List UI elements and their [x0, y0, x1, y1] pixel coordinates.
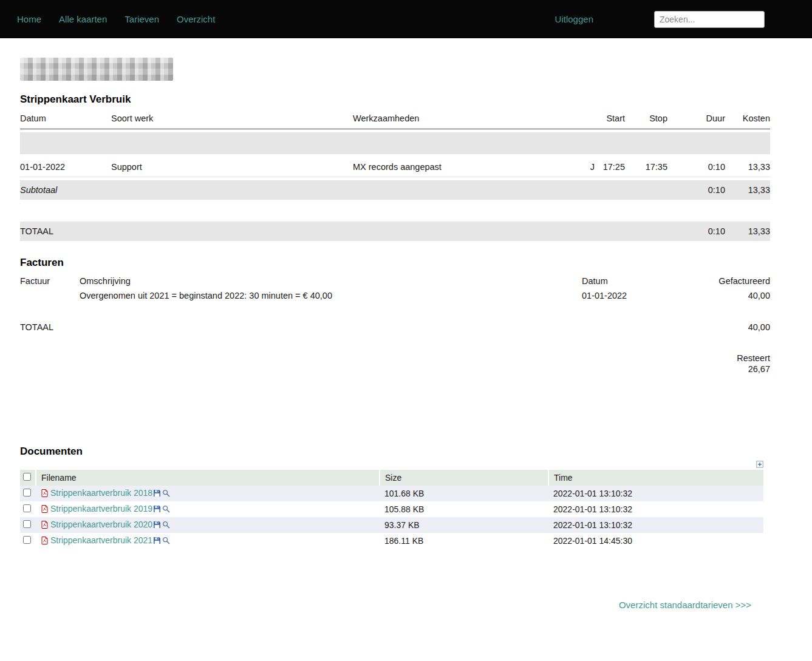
col-duur: Duur: [667, 112, 725, 129]
facturen-total-row: TOTAAL 40,00: [20, 320, 770, 334]
col-time: Time: [548, 470, 763, 486]
col-flag: [576, 112, 595, 129]
top-nav: Home Alle kaarten Tarieven Overzicht Uit…: [0, 0, 812, 38]
document-link[interactable]: Strippenkaartverbruik 2020: [50, 520, 152, 529]
resteert-row: Resteert: [20, 351, 770, 363]
col-fact-datum: Datum: [582, 276, 673, 286]
factuur-omschrijving: Overgenomen uit 2021 = beginstand 2022: …: [80, 291, 582, 300]
document-row: Strippenkaartverbruik 2019105.88 KB2022-…: [20, 501, 763, 517]
documents-toolbar: [20, 460, 763, 468]
preview-icon[interactable]: [162, 489, 170, 499]
document-size-cell: 101.68 KB: [380, 486, 548, 501]
document-size-cell: 93.37 KB: [380, 517, 548, 533]
download-icon[interactable]: [153, 521, 161, 530]
document-checkbox-cell: [20, 486, 36, 501]
verbruik-rows: 01-01-2022SupportMX records aangepastJ17…: [20, 157, 770, 177]
pdf-file-icon: [41, 537, 48, 546]
document-checkbox[interactable]: [23, 504, 31, 512]
verbruik-start: 17:25: [595, 157, 625, 177]
verbruik-flag: J: [576, 157, 595, 177]
preview-icon[interactable]: [162, 537, 170, 546]
select-all-cell: [20, 470, 36, 486]
verbruik-table: Datum Soort werk Werkzaamheden Start Sto…: [20, 109, 770, 244]
nav-item-tarieven[interactable]: Tarieven: [125, 14, 159, 24]
documents-section: Filename Size Time Strippenkaartverbruik…: [20, 460, 763, 549]
logout-link[interactable]: Uitloggen: [555, 14, 593, 24]
document-filename-cell: Strippenkaartverbruik 2018: [36, 486, 380, 501]
add-expand-icon[interactable]: [756, 460, 763, 470]
pdf-file-icon: [41, 521, 48, 530]
verbruik-spacer-row: [20, 132, 770, 154]
verbruik-row: 01-01-2022SupportMX records aangepastJ17…: [20, 157, 770, 177]
subtotal-kosten: 13,33: [725, 180, 770, 200]
pdf-file-icon: [41, 505, 48, 515]
facturen-section: Factuur Omschrijving Datum Gefactureerd …: [20, 274, 770, 376]
pdf-file-icon: [41, 489, 48, 499]
nav-item-home[interactable]: Home: [17, 14, 41, 24]
preview-icon[interactable]: [162, 521, 170, 530]
col-factuur: Factuur: [20, 276, 80, 286]
document-link[interactable]: Strippenkaartverbruik 2019: [50, 504, 152, 514]
col-start: Start: [595, 112, 625, 129]
verbruik-section-title: Strippenkaart Verbruik: [20, 93, 770, 106]
document-row: Strippenkaartverbruik 202093.37 KB2022-0…: [20, 517, 763, 533]
document-checkbox-cell: [20, 517, 36, 533]
main-content: Strippenkaart Verbruik Datum Soort werk …: [0, 58, 812, 610]
col-soort-werk: Soort werk: [111, 112, 353, 129]
document-time-cell: 2022-01-01 14:45:30: [548, 533, 763, 549]
verbruik-duur: 0:10: [667, 157, 725, 177]
select-all-checkbox[interactable]: [23, 473, 31, 481]
document-checkbox[interactable]: [23, 520, 31, 528]
factuur-bedrag: 40,00: [673, 291, 770, 300]
document-time-cell: 2022-01-01 13:10:32: [548, 517, 763, 533]
verbruik-subtotal-row: Subtotaal 0:10 13,33: [20, 180, 770, 200]
download-icon[interactable]: [153, 537, 161, 546]
nav-item-overzicht[interactable]: Overzicht: [177, 14, 215, 24]
document-checkbox[interactable]: [23, 489, 31, 497]
document-filename-cell: Strippenkaartverbruik 2021: [36, 533, 380, 549]
document-row: Strippenkaartverbruik 2018101.68 KB2022-…: [20, 486, 763, 501]
col-werkzaamheden: Werkzaamheden: [353, 112, 576, 129]
factuur-datum: 01-01-2022: [582, 291, 673, 300]
factuur-nummer: [20, 291, 80, 300]
verbruik-stop: 17:35: [625, 157, 667, 177]
documents-body: Strippenkaartverbruik 2018101.68 KB2022-…: [20, 486, 763, 549]
nav-item-alle-kaarten[interactable]: Alle kaarten: [59, 14, 107, 24]
verbruik-soort-werk: Support: [111, 157, 353, 177]
document-size-cell: 105.88 KB: [380, 501, 548, 517]
standaardtarieven-link[interactable]: Overzicht standaardtarieven >>>: [619, 600, 751, 610]
document-time-cell: 2022-01-01 13:10:32: [548, 501, 763, 517]
col-gefactureerd: Gefactureerd: [673, 276, 770, 286]
documents-table: Filename Size Time Strippenkaartverbruik…: [20, 470, 763, 549]
subtotal-duur: 0:10: [667, 180, 725, 200]
verbruik-total-row: TOTAAL 0:10 13,33: [20, 222, 770, 241]
col-size: Size: [380, 470, 548, 486]
resteert-bedrag: 26,67: [673, 364, 770, 374]
preview-icon[interactable]: [162, 505, 170, 515]
total-kosten: 13,33: [725, 222, 770, 241]
document-link[interactable]: Strippenkaartverbruik 2021: [50, 535, 152, 545]
col-datum: Datum: [20, 112, 111, 129]
document-checkbox-cell: [20, 533, 36, 549]
document-filename-cell: Strippenkaartverbruik 2019: [36, 501, 380, 517]
download-icon[interactable]: [153, 505, 161, 515]
facturen-total-bedrag: 40,00: [673, 322, 770, 332]
nav-links: Home Alle kaarten Tarieven Overzicht: [17, 14, 230, 24]
facturen-section-title: Facturen: [20, 257, 770, 269]
document-size-cell: 186.11 KB: [380, 533, 548, 549]
col-filename: Filename: [36, 470, 380, 486]
document-link[interactable]: Strippenkaartverbruik 2018: [50, 488, 152, 498]
document-checkbox[interactable]: [23, 536, 31, 544]
search-input[interactable]: [654, 11, 765, 28]
download-icon[interactable]: [153, 489, 161, 499]
documenten-section-title: Documenten: [20, 446, 770, 458]
resteert-value-row: 26,67: [20, 363, 770, 376]
verbruik-gap-row: [20, 203, 770, 219]
verbruik-kosten: 13,33: [725, 157, 770, 177]
col-stop: Stop: [625, 112, 667, 129]
verbruik-werkzaamheden: MX records aangepast: [353, 157, 576, 177]
total-label: TOTAAL: [20, 222, 111, 241]
col-kosten: Kosten: [725, 112, 770, 129]
verbruik-header-row: Datum Soort werk Werkzaamheden Start Sto…: [20, 112, 770, 129]
document-row: Strippenkaartverbruik 2021186.11 KB2022-…: [20, 533, 763, 549]
